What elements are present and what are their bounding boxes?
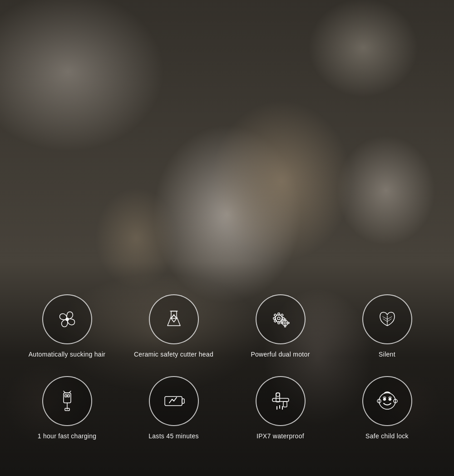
svg-rect-14 bbox=[284, 325, 286, 327]
battery-life-label: Lasts 45 minutes bbox=[148, 432, 199, 440]
battery-icon bbox=[161, 388, 187, 414]
child-lock-icon-circle bbox=[362, 376, 412, 426]
svg-rect-9 bbox=[274, 319, 276, 322]
svg-rect-13 bbox=[284, 319, 286, 321]
dual-motor-label: Powerful dual motor bbox=[251, 351, 310, 358]
svg-rect-10 bbox=[280, 314, 283, 317]
svg-point-34 bbox=[379, 393, 395, 409]
child-face-icon bbox=[375, 388, 400, 414]
svg-rect-28 bbox=[272, 398, 289, 402]
fan-icon bbox=[54, 307, 80, 332]
svg-rect-4 bbox=[278, 322, 280, 324]
svg-rect-3 bbox=[278, 313, 280, 315]
waterproof-icon-circle bbox=[256, 376, 306, 426]
diamond-icon bbox=[161, 307, 187, 332]
svg-rect-16 bbox=[287, 322, 289, 324]
usb-icon bbox=[54, 388, 80, 414]
svg-rect-29 bbox=[283, 402, 287, 407]
svg-rect-15 bbox=[281, 322, 283, 324]
ceramic-cutter-icon-circle bbox=[149, 294, 199, 344]
ceramic-cutter-label: Ceramic safety cutter head bbox=[134, 351, 213, 358]
waterproof-label: IPX7 waterproof bbox=[257, 432, 304, 440]
svg-rect-27 bbox=[276, 393, 280, 402]
feature-ceramic-cutter: Ceramic safety cutter head bbox=[120, 294, 227, 358]
silent-icon-circle bbox=[362, 294, 412, 344]
svg-point-11 bbox=[282, 320, 288, 326]
svg-point-0 bbox=[66, 318, 69, 321]
svg-point-33 bbox=[276, 393, 280, 397]
auto-suction-icon-circle bbox=[42, 294, 92, 344]
child-lock-label: Safe child lock bbox=[365, 432, 409, 440]
fast-charging-icon-circle bbox=[42, 376, 92, 426]
svg-rect-17 bbox=[64, 393, 71, 403]
svg-rect-23 bbox=[65, 395, 67, 397]
feature-silent: Silent bbox=[334, 294, 440, 358]
page-content: Automatically sucking hair Ceramic safet… bbox=[0, 0, 454, 476]
svg-point-2 bbox=[277, 317, 280, 320]
feature-auto-suction: Automatically sucking hair bbox=[14, 294, 120, 358]
svg-point-35 bbox=[383, 398, 385, 401]
svg-rect-26 bbox=[182, 399, 184, 403]
svg-rect-7 bbox=[274, 314, 276, 317]
svg-rect-24 bbox=[68, 395, 69, 397]
svg-point-12 bbox=[284, 322, 286, 324]
feature-fast-charging: 1 hour fast charging bbox=[14, 376, 120, 440]
svg-point-36 bbox=[389, 398, 391, 401]
faucet-icon bbox=[268, 388, 293, 414]
battery-life-icon-circle bbox=[149, 376, 199, 426]
auto-suction-label: Automatically sucking hair bbox=[29, 351, 106, 358]
svg-rect-5 bbox=[273, 317, 276, 319]
feature-dual-motor: Powerful dual motor bbox=[227, 294, 334, 358]
leaf-icon bbox=[375, 307, 400, 332]
gears-icon bbox=[268, 307, 293, 332]
dual-motor-icon-circle bbox=[256, 294, 306, 344]
silent-label: Silent bbox=[379, 351, 395, 358]
svg-rect-6 bbox=[282, 317, 284, 319]
feature-waterproof: IPX7 waterproof bbox=[227, 376, 334, 440]
feature-battery-life: Lasts 45 minutes bbox=[120, 376, 227, 440]
features-grid: Automatically sucking hair Ceramic safet… bbox=[0, 294, 454, 440]
fast-charging-label: 1 hour fast charging bbox=[38, 432, 97, 440]
feature-child-lock: Safe child lock bbox=[334, 376, 440, 440]
